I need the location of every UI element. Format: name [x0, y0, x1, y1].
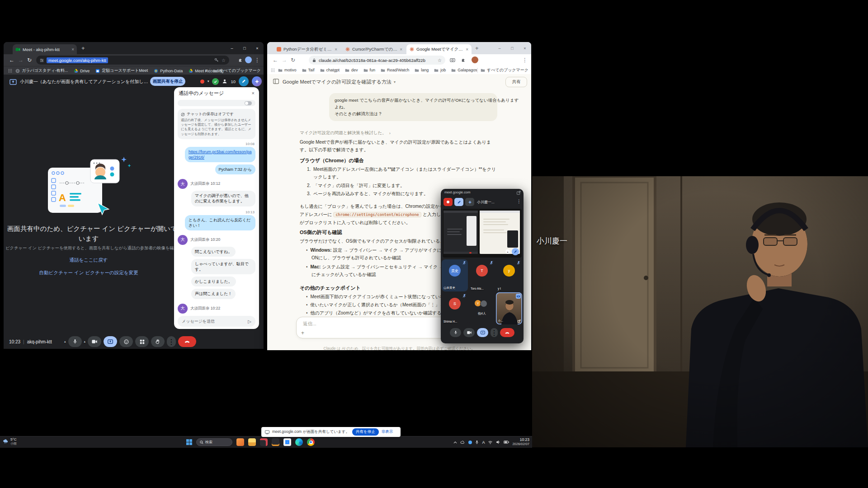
pip-camera-button[interactable]	[463, 328, 475, 337]
bookmark-folder[interactable]: job	[434, 68, 446, 72]
minimize-button[interactable]: –	[226, 42, 238, 54]
bookmark-item[interactable]: ガラパゴスタディ-有料...	[15, 68, 68, 74]
minimize-button[interactable]: –	[493, 42, 506, 54]
profile-avatar[interactable]	[245, 56, 252, 63]
tab-close-icon[interactable]: ×	[71, 47, 74, 52]
chat-close-icon[interactable]: ×	[252, 90, 255, 96]
chat-link[interactable]: https://forum.pc5bai.com/lesson/page/291…	[189, 150, 252, 160]
tab-close-icon[interactable]: ×	[466, 47, 468, 52]
reload-icon[interactable]: ↻	[291, 57, 295, 63]
bookmark-item[interactable]: Drive	[74, 69, 90, 73]
recording-menu-icon[interactable]: ▾	[208, 80, 209, 83]
volume-icon[interactable]	[496, 440, 500, 444]
bookmark-folder[interactable]: Taif	[302, 68, 315, 72]
onedrive-icon[interactable]	[460, 441, 465, 444]
bookmark-star-icon[interactable]: ☆	[438, 58, 442, 63]
emoji-button[interactable]	[119, 336, 133, 347]
tray-dot-icon[interactable]	[468, 441, 472, 444]
meet-browser-tab[interactable]: Meet - akq-pihm-ktt ×	[13, 44, 77, 54]
extensions-icon[interactable]	[461, 57, 466, 62]
reload-icon[interactable]: ↻	[27, 57, 32, 63]
screenshot-camera-icon[interactable]	[450, 57, 455, 62]
tray-expand-icon[interactable]	[453, 441, 457, 444]
raise-hand-button[interactable]	[151, 336, 165, 347]
bookmark-item[interactable]: Python-Data	[154, 69, 183, 73]
bookmark-folder[interactable]: Read/Watch	[381, 68, 409, 72]
back-icon[interactable]: ←	[273, 57, 278, 63]
conversation-title[interactable]: Google Meetでマイクの許可設定を確認する方法 ▾	[283, 79, 396, 85]
camera-button[interactable]	[88, 336, 101, 347]
tab-close-icon[interactable]: ×	[335, 47, 337, 52]
send-icon[interactable]: ▷	[248, 319, 251, 324]
present-button[interactable]	[104, 336, 117, 347]
participant-tile[interactable]: S Shima H...	[442, 292, 468, 324]
taskbar-search[interactable]: 検索	[196, 438, 232, 446]
pip-menu-icon[interactable]: ⋮	[517, 199, 521, 204]
pip-present-button[interactable]	[477, 328, 488, 337]
ime-indicator[interactable]: A	[482, 440, 485, 445]
browser-menu-icon[interactable]: ⋮	[522, 57, 528, 63]
close-button[interactable]: ×	[251, 42, 264, 54]
site-info-icon[interactable]	[40, 58, 44, 62]
stop-share-button[interactable]: 画面共有を停止	[150, 77, 185, 86]
activities-button[interactable]	[135, 336, 149, 347]
forward-icon[interactable]: →	[18, 57, 24, 63]
password-key-icon[interactable]	[214, 58, 219, 62]
expand-icon[interactable]	[518, 319, 521, 323]
bookmark-folder[interactable]: lang	[415, 68, 429, 72]
participant-tile[interactable]: 貴史 山本貴史	[442, 259, 468, 291]
weather-widget[interactable]: 5°C 小雨	[3, 437, 17, 446]
pip-mic-button[interactable]	[450, 328, 461, 337]
pip-settings-link[interactable]: 自動ピクチャー イン ピクチャーの設定を変更	[7, 270, 170, 276]
active-browser-tab[interactable]: Google Meetでマイクの許可設定... ×	[406, 44, 472, 54]
return-call-link[interactable]: 通話をここに戻す	[7, 257, 170, 263]
chat-toggle[interactable]	[245, 101, 252, 105]
recording-stop-button[interactable]	[443, 198, 453, 206]
taskbar-app-icon-1[interactable]	[236, 438, 244, 446]
annotation-pen-button[interactable]	[239, 76, 249, 86]
pip-gemini-button[interactable]	[465, 198, 474, 206]
pip-leave-button[interactable]	[500, 328, 514, 337]
pip-annotation-pen-button[interactable]	[454, 198, 463, 206]
stop-sharing-button[interactable]: 共有を停止	[352, 428, 379, 436]
start-button[interactable]	[186, 439, 192, 445]
maximize-button[interactable]: □	[506, 42, 519, 54]
bookmark-folder[interactable]: Galapagos	[451, 68, 477, 72]
all-bookmarks[interactable]: すべてのブックマーク	[481, 67, 528, 73]
thinking-summary[interactable]: マイク許可設定の問題と解決策を検討した。 ›	[300, 130, 391, 136]
back-icon[interactable]: ←	[9, 57, 14, 63]
hide-notification-link[interactable]: 非表示	[382, 429, 393, 435]
share-button[interactable]: 共有	[505, 77, 527, 87]
chat-message-list[interactable]: チャットの保存はオフです 通話の終了後、メッセージは保存されませんメッセージを固…	[174, 99, 259, 314]
participants-icon[interactable]	[222, 79, 227, 84]
new-tab-button[interactable]: +	[475, 45, 479, 52]
bookmark-item[interactable]: 定額コースサポートMeet	[95, 68, 148, 74]
self-video-tile[interactable]: 小...	[496, 292, 522, 324]
bookmark-star-icon[interactable]: ☆	[222, 58, 226, 63]
tray-mic-icon[interactable]	[475, 440, 479, 445]
back-to-tab-icon[interactable]	[517, 191, 521, 195]
participant-tile[interactable]: y y t	[496, 259, 522, 291]
address-bar[interactable]: meet.google.com/akq-pihm-ktt ☆	[36, 56, 229, 65]
browser-menu-icon[interactable]: ⋮	[255, 57, 260, 63]
bookmarks-overflow-icon[interactable]: »	[205, 69, 207, 73]
chrome-icon[interactable]	[307, 438, 315, 446]
taskbar-app-icon-4[interactable]	[272, 438, 279, 446]
chat-input[interactable]: メッセージを送信 ▷	[178, 316, 255, 327]
mic-options-icon[interactable]: ▴	[64, 340, 66, 343]
close-button[interactable]: ×	[519, 42, 531, 54]
camera-options-icon[interactable]: ▴	[84, 340, 86, 343]
extensions-icon[interactable]	[238, 57, 243, 62]
bookmark-folder[interactable]: chatgpt	[320, 68, 340, 72]
apps-grid-icon[interactable]	[8, 69, 12, 73]
address-bar[interactable]: claude.ai/chat/b2c5318a-081a-4cae-ac29-4…	[309, 56, 445, 65]
taskbar-clock[interactable]: 10:23 2026/02/07	[512, 438, 529, 446]
bookmark-folder[interactable]: fun	[363, 68, 376, 72]
all-bookmarks[interactable]: すべてのブックマーク	[213, 68, 261, 74]
profile-avatar[interactable]	[472, 56, 478, 63]
annotation-fab-icon[interactable]	[512, 248, 519, 255]
participant-tile[interactable]: T Toro Ats...	[469, 259, 495, 291]
attach-plus-icon[interactable]: +	[301, 330, 304, 336]
annotation-collapse-icon[interactable]: ▴	[505, 249, 510, 254]
new-tab-button[interactable]: +	[81, 45, 85, 52]
